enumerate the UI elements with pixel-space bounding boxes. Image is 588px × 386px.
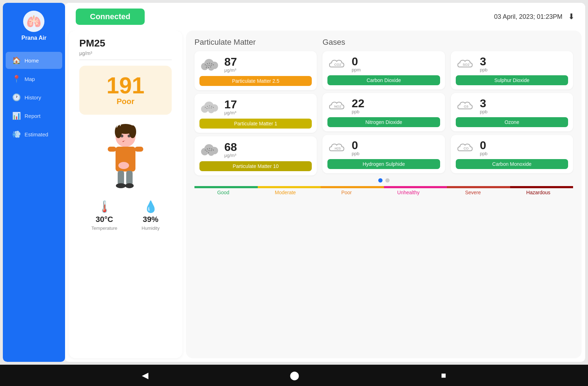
pm1-unit: μg/m³ (224, 110, 237, 115)
svg-point-25 (209, 63, 210, 64)
svg-point-24 (207, 63, 208, 64)
co-card-top: CO 0 ppb (456, 139, 568, 156)
datetime-label: 03 April, 2023; 01:23PM (494, 13, 562, 21)
svg-point-33 (206, 67, 207, 68)
map-icon: 📍 (12, 75, 21, 83)
svg-point-54 (207, 151, 208, 152)
logo: 🫁 Prana Air (21, 10, 47, 41)
co-card: CO 0 ppb Carbon Monoxide (451, 135, 573, 173)
gases2-cards: SO2 3 ppb Sulphur Dioxide (451, 51, 573, 173)
sidebar-item-estimated[interactable]: 💨 Estimated (6, 126, 62, 143)
pm-title: PM25 (79, 38, 172, 49)
h2s-number: 0 (352, 140, 359, 151)
svg-point-43 (209, 108, 210, 109)
svg-point-10 (123, 140, 132, 146)
home-button[interactable]: ⬤ (290, 370, 299, 380)
pm25-card: 87 μg/m³ Particulate Matter 2.5 (194, 51, 317, 90)
pm-unit: μg/m³ (79, 50, 172, 60)
recents-button[interactable]: ■ (441, 370, 446, 380)
sidebar-item-home-label: Home (25, 58, 39, 64)
pm10-card: 68 μg/m³ Particulate Matter 10 (194, 136, 317, 175)
humidity-stat: 💧 39% Humidity (141, 200, 160, 231)
pm25-card-top: 87 μg/m³ (199, 55, 312, 73)
h2s-unit: ppb (352, 151, 359, 156)
download-icon[interactable]: ⬇ (568, 12, 574, 21)
svg-text:CO2: CO2 (335, 62, 341, 66)
svg-point-30 (213, 64, 214, 65)
sidebar-item-report[interactable]: 📊 Report (6, 107, 62, 124)
svg-rect-15 (118, 171, 124, 185)
o3-card: O3 3 ppb Ozone (451, 93, 573, 131)
svg-point-28 (209, 65, 210, 66)
gases1-cards: CO2 0 ppm Carbon Dioxide (322, 51, 445, 173)
no2-card: NO2 22 ppb Nitrogen Dioxide (322, 93, 445, 131)
pm25-icon (199, 55, 221, 73)
svg-text:CO: CO (464, 146, 469, 150)
left-panel: PM25 μg/m³ 191 Poor (69, 31, 182, 358)
report-icon: 📊 (12, 112, 21, 120)
co-values: 0 ppb (480, 140, 488, 156)
svg-point-57 (213, 149, 214, 151)
temperature-stat: 🌡️ 30°C Temperature (91, 200, 117, 231)
pm1-card-top: 17 μg/m³ (199, 98, 312, 116)
pm25-number: 87 (224, 56, 237, 67)
svg-point-44 (211, 108, 212, 109)
sidebar-nav: 🏠 Home 📍 Map 🕐 History 📊 Report 💨 Estima… (3, 52, 65, 143)
columns-container: Particulate Matter (194, 38, 573, 175)
sidebar-item-map-label: Map (25, 76, 35, 82)
pm1-card: 17 μg/m³ Particulate Matter 1 (194, 94, 317, 133)
estimated-icon: 💨 (12, 130, 21, 138)
sick-figure (79, 121, 172, 194)
pm-column-title: Particulate Matter (194, 38, 317, 47)
o3-values: 3 ppb (480, 98, 488, 114)
co2-card-top: CO2 0 ppm (327, 55, 440, 72)
home-icon: 🏠 (12, 56, 21, 65)
header-right: 03 April, 2023; 01:23PM ⬇ (494, 12, 574, 21)
no2-label: Nitrogen Dioxide (327, 117, 440, 127)
aqi-bar-container (194, 186, 573, 188)
svg-text:🫁: 🫁 (26, 14, 42, 29)
page-dot-1[interactable] (378, 178, 383, 183)
back-button[interactable]: ◀ (142, 370, 148, 380)
svg-point-18 (125, 183, 134, 188)
aqi-moderate-bar (258, 186, 321, 188)
aqi-good-bar (194, 186, 258, 188)
h2s-icon: H2S (327, 139, 348, 156)
svg-point-39 (207, 106, 208, 107)
h2s-card: H2S 0 ppb Hydrogen Sulphide (322, 135, 445, 173)
svg-text:NO2: NO2 (335, 104, 341, 108)
svg-rect-16 (126, 171, 133, 185)
page-dot-2[interactable] (385, 178, 390, 183)
aqi-poor-bar (321, 186, 384, 188)
co-unit: ppb (480, 151, 488, 156)
pm10-label: Particulate Matter 10 (199, 161, 312, 171)
sidebar-item-map[interactable]: 📍 Map (6, 70, 62, 87)
o3-number: 3 (480, 98, 488, 109)
sidebar-item-history[interactable]: 🕐 History (6, 89, 62, 106)
o3-icon: O3 (456, 97, 476, 114)
so2-card: SO2 3 ppb Sulphur Dioxide (451, 51, 573, 89)
svg-point-29 (211, 65, 212, 66)
svg-text:H2S: H2S (335, 147, 341, 150)
connected-badge: Connected (76, 9, 145, 25)
sidebar-item-home[interactable]: 🏠 Home (6, 52, 62, 69)
svg-point-40 (209, 105, 210, 107)
so2-label: Sulphur Dioxide (456, 75, 568, 85)
logo-text: Prana Air (21, 35, 47, 41)
pm25-label: Particulate Matter 2.5 (199, 76, 312, 86)
temperature-label: Temperature (91, 225, 117, 231)
aqi-label-poor: Poor (341, 190, 352, 195)
pm10-number: 68 (224, 141, 237, 153)
pm1-label: Particulate Matter 1 (199, 119, 312, 129)
pm-column: Particulate Matter (194, 38, 317, 175)
svg-point-50 (205, 149, 206, 151)
sidebar-item-report-label: Report (25, 113, 41, 119)
no2-icon: NO2 (327, 97, 348, 114)
aqi-hazardous-bar (510, 186, 573, 188)
h2s-card-top: H2S 0 ppb (327, 139, 440, 156)
svg-point-23 (205, 64, 206, 65)
svg-point-42 (207, 108, 208, 109)
svg-point-45 (213, 107, 214, 108)
pm10-values: 68 μg/m³ (224, 141, 237, 158)
co2-icon: CO2 (327, 55, 348, 72)
